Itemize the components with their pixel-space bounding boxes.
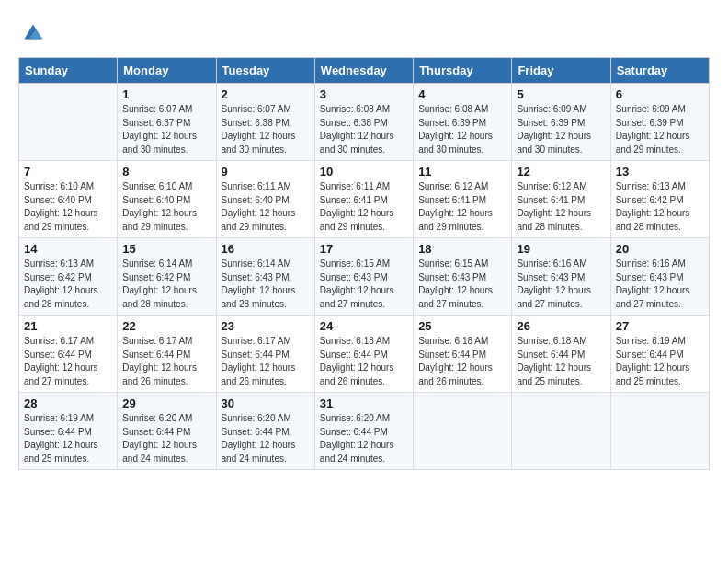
day-info: Sunrise: 6:18 AMSunset: 6:44 PMDaylight:… xyxy=(320,335,408,388)
day-cell: 3Sunrise: 6:08 AMSunset: 6:38 PMDaylight… xyxy=(314,84,413,161)
day-number: 20 xyxy=(616,242,704,256)
day-cell: 22Sunrise: 6:17 AMSunset: 6:44 PMDayligh… xyxy=(118,316,216,393)
week-row-2: 7Sunrise: 6:10 AMSunset: 6:40 PMDaylight… xyxy=(19,161,710,238)
day-number: 11 xyxy=(418,165,506,178)
header-cell-thursday: Thursday xyxy=(414,58,512,84)
day-cell: 21Sunrise: 6:17 AMSunset: 6:44 PMDayligh… xyxy=(19,316,118,393)
day-info: Sunrise: 6:17 AMSunset: 6:44 PMDaylight:… xyxy=(24,335,112,388)
day-cell: 14Sunrise: 6:13 AMSunset: 6:42 PMDayligh… xyxy=(19,238,118,316)
day-number: 10 xyxy=(320,165,408,178)
header-cell-wednesday: Wednesday xyxy=(314,58,413,84)
day-info: Sunrise: 6:19 AMSunset: 6:44 PMDaylight:… xyxy=(24,412,112,465)
day-cell: 26Sunrise: 6:18 AMSunset: 6:44 PMDayligh… xyxy=(512,316,610,393)
day-cell: 18Sunrise: 6:15 AMSunset: 6:43 PMDayligh… xyxy=(414,238,512,316)
day-cell: 31Sunrise: 6:20 AMSunset: 6:44 PMDayligh… xyxy=(314,393,413,470)
day-info: Sunrise: 6:18 AMSunset: 6:44 PMDaylight:… xyxy=(418,335,506,388)
day-number: 23 xyxy=(222,319,310,333)
calendar-table: SundayMondayTuesdayWednesdayThursdayFrid… xyxy=(18,57,710,470)
header-cell-saturday: Saturday xyxy=(610,58,709,84)
day-info: Sunrise: 6:20 AMSunset: 6:44 PMDaylight:… xyxy=(320,412,408,465)
day-number: 16 xyxy=(222,242,310,256)
day-cell: 23Sunrise: 6:17 AMSunset: 6:44 PMDayligh… xyxy=(216,316,314,393)
day-number: 29 xyxy=(122,396,210,410)
day-cell: 24Sunrise: 6:18 AMSunset: 6:44 PMDayligh… xyxy=(314,316,413,393)
day-number: 28 xyxy=(24,396,112,410)
day-cell xyxy=(19,84,118,161)
day-number: 18 xyxy=(418,242,506,256)
day-info: Sunrise: 6:19 AMSunset: 6:44 PMDaylight:… xyxy=(616,335,704,388)
day-number: 27 xyxy=(616,319,704,333)
day-number: 6 xyxy=(616,87,704,101)
day-info: Sunrise: 6:11 AMSunset: 6:40 PMDaylight:… xyxy=(222,180,310,234)
day-cell: 27Sunrise: 6:19 AMSunset: 6:44 PMDayligh… xyxy=(610,316,709,393)
week-row-4: 21Sunrise: 6:17 AMSunset: 6:44 PMDayligh… xyxy=(19,316,710,393)
day-number: 2 xyxy=(222,87,310,101)
day-cell: 5Sunrise: 6:09 AMSunset: 6:39 PMDaylight… xyxy=(512,84,610,161)
day-number: 14 xyxy=(24,242,112,256)
day-info: Sunrise: 6:07 AMSunset: 6:37 PMDaylight:… xyxy=(122,103,210,156)
day-cell: 15Sunrise: 6:14 AMSunset: 6:42 PMDayligh… xyxy=(118,238,216,316)
day-cell: 28Sunrise: 6:19 AMSunset: 6:44 PMDayligh… xyxy=(19,393,118,470)
header-row: SundayMondayTuesdayWednesdayThursdayFrid… xyxy=(19,58,710,84)
week-row-1: 1Sunrise: 6:07 AMSunset: 6:37 PMDaylight… xyxy=(19,84,710,161)
day-number: 15 xyxy=(122,242,210,256)
day-cell: 20Sunrise: 6:16 AMSunset: 6:43 PMDayligh… xyxy=(610,238,709,316)
day-number: 3 xyxy=(320,87,408,101)
day-info: Sunrise: 6:15 AMSunset: 6:43 PMDaylight:… xyxy=(418,258,506,311)
day-info: Sunrise: 6:13 AMSunset: 6:42 PMDaylight:… xyxy=(24,258,112,311)
day-number: 8 xyxy=(122,165,210,178)
day-number: 9 xyxy=(222,165,310,178)
day-number: 12 xyxy=(517,165,605,178)
day-cell xyxy=(610,393,709,470)
day-cell: 17Sunrise: 6:15 AMSunset: 6:43 PMDayligh… xyxy=(314,238,413,316)
day-cell: 8Sunrise: 6:10 AMSunset: 6:40 PMDaylight… xyxy=(118,161,216,238)
day-info: Sunrise: 6:12 AMSunset: 6:41 PMDaylight:… xyxy=(418,180,506,234)
day-info: Sunrise: 6:08 AMSunset: 6:38 PMDaylight:… xyxy=(320,103,408,156)
day-info: Sunrise: 6:07 AMSunset: 6:38 PMDaylight:… xyxy=(222,103,310,156)
logo-icon xyxy=(18,18,48,48)
day-info: Sunrise: 6:20 AMSunset: 6:44 PMDaylight:… xyxy=(122,412,210,465)
day-info: Sunrise: 6:10 AMSunset: 6:40 PMDaylight:… xyxy=(122,180,210,234)
day-info: Sunrise: 6:08 AMSunset: 6:39 PMDaylight:… xyxy=(418,103,506,156)
day-info: Sunrise: 6:15 AMSunset: 6:43 PMDaylight:… xyxy=(320,258,408,311)
day-cell: 1Sunrise: 6:07 AMSunset: 6:37 PMDaylight… xyxy=(118,84,216,161)
day-info: Sunrise: 6:14 AMSunset: 6:42 PMDaylight:… xyxy=(122,258,210,311)
day-number: 25 xyxy=(418,319,506,333)
day-number: 19 xyxy=(517,242,605,256)
day-number: 22 xyxy=(122,319,210,333)
header-cell-friday: Friday xyxy=(512,58,610,84)
day-cell: 30Sunrise: 6:20 AMSunset: 6:44 PMDayligh… xyxy=(216,393,314,470)
header-cell-tuesday: Tuesday xyxy=(216,58,314,84)
day-info: Sunrise: 6:17 AMSunset: 6:44 PMDaylight:… xyxy=(222,335,310,388)
day-cell: 4Sunrise: 6:08 AMSunset: 6:39 PMDaylight… xyxy=(414,84,512,161)
day-number: 31 xyxy=(320,396,408,410)
day-number: 24 xyxy=(320,319,408,333)
page-header xyxy=(18,18,710,48)
header-cell-sunday: Sunday xyxy=(19,58,118,84)
day-info: Sunrise: 6:14 AMSunset: 6:43 PMDaylight:… xyxy=(222,258,310,311)
day-cell xyxy=(512,393,610,470)
day-info: Sunrise: 6:10 AMSunset: 6:40 PMDaylight:… xyxy=(24,180,112,234)
header-cell-monday: Monday xyxy=(118,58,216,84)
day-cell: 6Sunrise: 6:09 AMSunset: 6:39 PMDaylight… xyxy=(610,84,709,161)
day-cell xyxy=(414,393,512,470)
week-row-5: 28Sunrise: 6:19 AMSunset: 6:44 PMDayligh… xyxy=(19,393,710,470)
day-cell: 16Sunrise: 6:14 AMSunset: 6:43 PMDayligh… xyxy=(216,238,314,316)
day-number: 17 xyxy=(320,242,408,256)
day-cell: 19Sunrise: 6:16 AMSunset: 6:43 PMDayligh… xyxy=(512,238,610,316)
day-number: 1 xyxy=(122,87,210,101)
day-cell: 13Sunrise: 6:13 AMSunset: 6:42 PMDayligh… xyxy=(610,161,709,238)
day-number: 30 xyxy=(222,396,310,410)
day-cell: 29Sunrise: 6:20 AMSunset: 6:44 PMDayligh… xyxy=(118,393,216,470)
day-cell: 7Sunrise: 6:10 AMSunset: 6:40 PMDaylight… xyxy=(19,161,118,238)
day-number: 21 xyxy=(24,319,112,333)
day-cell: 11Sunrise: 6:12 AMSunset: 6:41 PMDayligh… xyxy=(414,161,512,238)
day-cell: 2Sunrise: 6:07 AMSunset: 6:38 PMDaylight… xyxy=(216,84,314,161)
day-info: Sunrise: 6:12 AMSunset: 6:41 PMDaylight:… xyxy=(517,180,605,234)
day-number: 7 xyxy=(24,165,112,178)
day-info: Sunrise: 6:16 AMSunset: 6:43 PMDaylight:… xyxy=(616,258,704,311)
day-number: 5 xyxy=(517,87,605,101)
day-cell: 10Sunrise: 6:11 AMSunset: 6:41 PMDayligh… xyxy=(314,161,413,238)
day-number: 4 xyxy=(418,87,506,101)
day-info: Sunrise: 6:11 AMSunset: 6:41 PMDaylight:… xyxy=(320,180,408,234)
